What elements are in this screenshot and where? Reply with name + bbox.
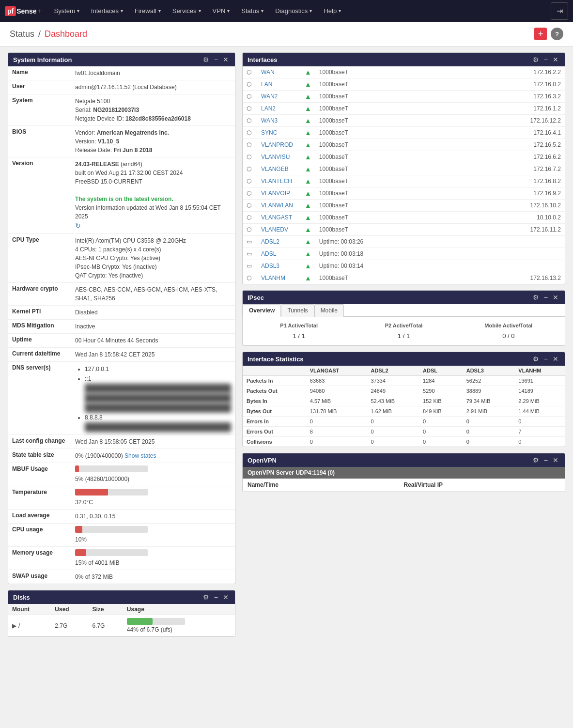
system-info-minimize-button[interactable]: −: [213, 56, 219, 63]
ipsec-tab-mobile[interactable]: Mobile: [314, 304, 344, 317]
ipsec-minimize-button[interactable]: −: [542, 294, 549, 301]
interface-name-link[interactable]: VLANWLAN: [261, 202, 293, 209]
interface-icon-cell: ⬡: [243, 187, 257, 200]
disks-close-button[interactable]: ✕: [221, 593, 230, 601]
nav-item-diagnostics[interactable]: Diagnostics ▾: [269, 0, 318, 22]
vpn-caret-icon: ▾: [227, 8, 230, 14]
interface-name-link[interactable]: VLANVOIP: [261, 190, 290, 197]
interface-name-link[interactable]: LAN2: [261, 105, 276, 112]
system-info-close-button[interactable]: ✕: [221, 56, 230, 63]
interface-status-cell: ▲: [301, 115, 315, 127]
nav-item-status[interactable]: Status ▾: [235, 0, 269, 22]
openvpn-minimize-button[interactable]: −: [542, 456, 549, 464]
system-info-settings-button[interactable]: ⚙: [201, 56, 211, 63]
stats-row-value: 0: [514, 417, 565, 427]
interfaces-minimize-button[interactable]: −: [542, 56, 549, 63]
interface-ip-cell: [459, 260, 565, 272]
logout-button[interactable]: ⇥: [551, 2, 568, 20]
interface-ip-cell: 172.16.4.1: [459, 127, 565, 139]
disks-minimize-button[interactable]: −: [213, 593, 219, 601]
ipsec-tab-overview[interactable]: Overview: [243, 304, 281, 317]
interface-name-link[interactable]: WAN3: [261, 117, 278, 124]
interface-status-cell: ▲: [301, 260, 315, 272]
stats-row: Bytes In4.57 MiB52.43 MiB152 KiB79.34 Mi…: [243, 396, 565, 406]
stats-row-value: 0: [306, 437, 367, 447]
interfaces-settings-button[interactable]: ⚙: [531, 56, 541, 63]
breadcrumb: Status / Dashboard: [10, 29, 87, 39]
left-column: System Information ⚙ − ✕ Name fw01.local…: [8, 52, 235, 637]
interface-ip-cell: 172.16.10.2: [459, 200, 565, 212]
show-states-link[interactable]: Show states: [124, 452, 156, 459]
stats-row-value: 0: [514, 437, 565, 447]
disks-title: Disks: [13, 594, 30, 601]
stats-row-value: 14189: [514, 386, 565, 396]
interface-name-link[interactable]: VLANHM: [261, 275, 285, 281]
interface-name-cell: WAN3: [257, 115, 301, 127]
interface-name-link[interactable]: VLANPROD: [261, 141, 293, 148]
interface-name-link[interactable]: ADSL2: [261, 238, 279, 245]
interface-name-link[interactable]: WAN: [261, 69, 275, 76]
nav-item-interfaces[interactable]: Interfaces ▾: [85, 0, 129, 22]
interface-up-icon: ▲: [305, 153, 311, 161]
interface-name-cell: WAN2: [257, 91, 301, 103]
stats-col-label: [243, 366, 306, 376]
row-value: 0% (1900/400000) Show states: [71, 449, 235, 463]
nav-item-firewall[interactable]: Firewall ▾: [129, 0, 167, 22]
interface-name-link[interactable]: ADSL: [261, 250, 276, 257]
nav-item-system[interactable]: System ▾: [48, 0, 85, 22]
interface-name-cell: VLANGAST: [257, 212, 301, 224]
interface-name-link[interactable]: VLANGEB: [261, 166, 289, 172]
interface-name-link[interactable]: SYNC: [261, 129, 277, 136]
interface-status-cell: ▲: [301, 151, 315, 163]
nav-item-services[interactable]: Services ▾: [167, 0, 207, 22]
ipsec-tab-tunnels[interactable]: Tunnels: [281, 304, 314, 317]
ipsec-settings-button[interactable]: ⚙: [531, 294, 541, 301]
nav-item-help[interactable]: Help ▾: [318, 0, 347, 22]
interface-type-icon: ⬡: [247, 129, 251, 136]
stats-row-value: 0: [306, 417, 367, 427]
stats-row: Errors In00000: [243, 417, 565, 427]
disk-usage: 44% of 6.7G (ufs): [123, 615, 235, 636]
interface-stats-close-button[interactable]: ✕: [551, 355, 560, 363]
help-button[interactable]: ?: [551, 28, 563, 40]
interface-stats-minimize-button[interactable]: −: [542, 355, 549, 363]
interface-name-link[interactable]: ADSL3: [261, 263, 279, 269]
add-widget-button[interactable]: +: [534, 28, 547, 40]
interface-icon-cell: ▭: [243, 248, 257, 260]
interface-speed-cell: 1000baseT: [315, 115, 459, 127]
interface-icon-cell: ⬡: [243, 212, 257, 224]
ipsec-close-button[interactable]: ✕: [551, 294, 560, 301]
stats-row-label: Bytes Out: [243, 406, 306, 417]
stats-row-label: Collisions: [243, 437, 306, 447]
interface-icon-cell: ▭: [243, 260, 257, 272]
disk-expand-toggle[interactable]: ▶: [12, 622, 16, 629]
openvpn-settings-button[interactable]: ⚙: [531, 456, 541, 464]
ipsec-cols-values: 1 / 1 1 / 1 0 / 0: [247, 330, 561, 341]
interfaces-close-button[interactable]: ✕: [551, 56, 560, 63]
interface-up-icon: ▲: [305, 93, 311, 100]
table-row: SWAP usage 0% of 372 MiB: [8, 570, 235, 584]
interface-status-cell: ▲: [301, 224, 315, 236]
interface-name-link[interactable]: VLANEDV: [261, 226, 288, 233]
services-caret-icon: ▾: [199, 8, 201, 14]
interface-icon-cell: ⬡: [243, 272, 257, 284]
interface-status-cell: ▲: [301, 248, 315, 260]
row-value: fw01.localdomain: [71, 66, 235, 80]
openvpn-server-title: OpenVPN Server UDP4:1194 (0): [248, 469, 335, 476]
interface-name-link[interactable]: VLANTECH: [261, 178, 292, 185]
refresh-version-button[interactable]: ↻: [75, 221, 81, 231]
interface-stats-settings-button[interactable]: ⚙: [531, 355, 541, 363]
interface-name-link[interactable]: VLANGAST: [261, 214, 292, 221]
interface-name-link[interactable]: LAN: [261, 81, 272, 88]
table-row: Version 24.03-RELEASE (amd64) built on W…: [8, 157, 235, 234]
openvpn-close-button[interactable]: ✕: [551, 456, 560, 464]
disks-settings-button[interactable]: ⚙: [201, 593, 211, 601]
interface-name-cell: VLANHM: [257, 272, 301, 284]
interface-row: ⬡ WAN ▲ 1000baseT 172.16.2.2: [243, 66, 565, 78]
interface-name-link[interactable]: WAN2: [261, 93, 278, 100]
interface-ip-cell: 172.16.2.2: [459, 66, 565, 78]
nav-item-vpn[interactable]: VPN ▾: [207, 0, 236, 22]
ipsec-overview-content: P1 Active/Total P2 Active/Total Mobile A…: [243, 317, 565, 345]
interface-speed-cell: 1000baseT: [315, 163, 459, 175]
interface-name-link[interactable]: VLANVISU: [261, 154, 290, 160]
